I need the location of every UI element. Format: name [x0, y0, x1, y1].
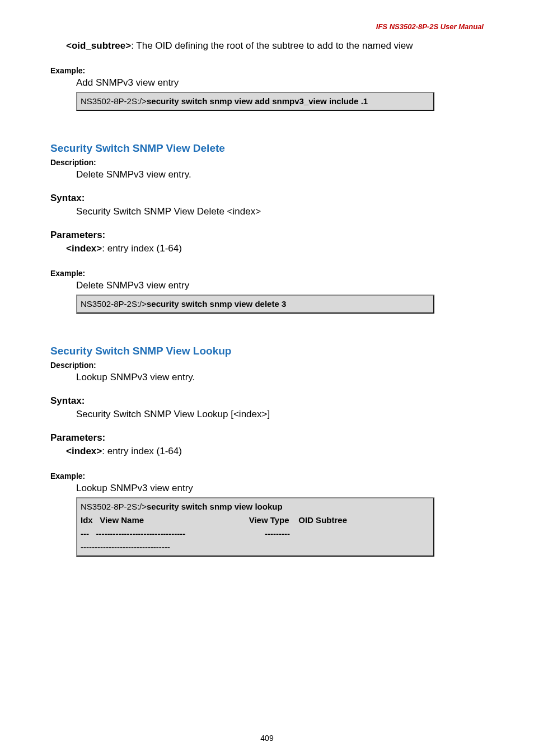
lookup-cmd: security switch snmp view lookup: [147, 502, 283, 511]
delete-desc-text: Delete SNMPv3 view entry.: [50, 169, 484, 180]
example1-prompt: NS3502-8P-2S:/>: [81, 96, 147, 106]
lookup-desc-label: Description:: [50, 361, 484, 370]
example1-codebox: NS3502-8P-2S:/>security switch snmp view…: [76, 92, 434, 111]
intro-param: <oid_subtree>: The OID defining the root…: [50, 40, 484, 52]
delete-cmd: security switch snmp view delete 3: [147, 299, 286, 309]
header-manual-title: IFS NS3502-8P-2S User Manual: [376, 22, 484, 31]
page-number: 409: [0, 734, 534, 743]
lookup-syntax-label: Syntax:: [50, 395, 484, 407]
lookup-params-label: Parameters:: [50, 432, 484, 444]
lookup-example-desc: Lookup SNMPv3 view entry: [50, 483, 484, 494]
delete-example-desc: Delete SNMPv3 view entry: [50, 280, 484, 291]
delete-param: <index>: entry index (1-64): [50, 243, 484, 254]
delete-prompt: NS3502-8P-2S:/>: [81, 299, 147, 309]
intro-param-name: <oid_subtree>: [66, 40, 131, 51]
example1-cmd: security switch snmp view add snmpv3_vie…: [147, 96, 368, 106]
lookup-syntax-text: Security Switch SNMP View Lookup [<index…: [50, 409, 484, 420]
section-delete-title: Security Switch SNMP View Delete: [50, 142, 484, 155]
lookup-param-name: <index>: [66, 446, 102, 456]
delete-param-desc: : entry index (1-64): [102, 243, 182, 254]
delete-params-label: Parameters:: [50, 230, 484, 241]
lookup-codebox: NS3502-8P-2S:/>security switch snmp view…: [76, 497, 434, 557]
lookup-desc-text: Lookup SNMPv3 view entry.: [50, 372, 484, 383]
lookup-header-row: Idx View Name View Type OID Subtree: [81, 514, 430, 527]
lookup-prompt: NS3502-8P-2S:/>: [81, 502, 147, 511]
delete-example-label: Example:: [50, 269, 484, 278]
delete-param-name: <index>: [66, 243, 102, 254]
lookup-param-desc: : entry index (1-64): [102, 446, 182, 456]
delete-desc-label: Description:: [50, 158, 484, 167]
example1-label: Example:: [50, 66, 484, 75]
intro-param-desc: : The OID defining the root of the subtr…: [131, 40, 413, 51]
lookup-param: <index>: entry index (1-64): [50, 446, 484, 457]
delete-syntax-label: Syntax:: [50, 193, 484, 204]
section-lookup-title: Security Switch SNMP View Lookup: [50, 345, 484, 357]
delete-codebox: NS3502-8P-2S:/>security switch snmp view…: [76, 295, 434, 314]
example1-desc: Add SNMPv3 view entry: [50, 77, 484, 88]
lookup-dash-row1: --- -------------------------------- ---…: [81, 527, 430, 540]
lookup-example-label: Example:: [50, 472, 484, 480]
lookup-dash-row2: --------------------------------: [81, 540, 430, 554]
delete-syntax-text: Security Switch SNMP View Delete <index>: [50, 206, 484, 217]
